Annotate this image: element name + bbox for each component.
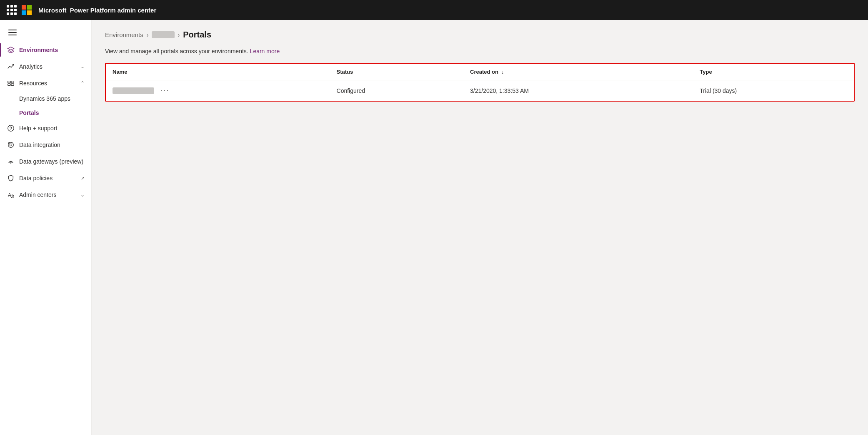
breadcrumb: Environments › › Portals — [105, 30, 855, 40]
data-integration-label: Data integration — [19, 142, 85, 148]
resources-icon — [7, 79, 15, 87]
main-content: Environments › › Portals View and manage… — [92, 20, 868, 435]
sidebar-item-data-policies[interactable]: Data policies ↗ — [0, 170, 91, 186]
status-value: Configured — [337, 87, 365, 94]
svg-rect-2 — [8, 35, 17, 35]
sidebar-item-data-integration[interactable]: Data integration — [0, 137, 91, 153]
sidebar-item-help-support[interactable]: Help + support — [0, 120, 91, 137]
admin-centers-chevron-down-icon: ⌄ — [80, 192, 85, 198]
sidebar-item-dynamics365[interactable]: Dynamics 365 apps — [0, 92, 91, 106]
breadcrumb-current: Portals — [183, 30, 211, 40]
svg-rect-6 — [11, 84, 14, 86]
svg-rect-0 — [8, 30, 17, 30]
dynamics365-label: Dynamics 365 apps — [19, 95, 70, 102]
sidebar-item-resources[interactable]: Resources ⌃ — [0, 75, 91, 92]
external-link-icon: ↗ — [81, 176, 85, 181]
environments-label: Environments — [19, 47, 85, 53]
svg-rect-5 — [8, 84, 10, 86]
row-options-button[interactable]: ··· — [161, 86, 170, 94]
col-header-status[interactable]: Status — [330, 64, 463, 80]
svg-point-13 — [10, 162, 12, 164]
data-integration-icon — [7, 141, 15, 149]
svg-rect-1 — [8, 32, 17, 33]
help-support-label: Help + support — [19, 125, 85, 132]
breadcrumb-environments[interactable]: Environments — [105, 31, 143, 38]
portals-table: Name Status Created on ↓ Type — [106, 64, 854, 101]
analytics-label: Analytics — [19, 63, 76, 70]
svg-point-9 — [8, 142, 14, 148]
svg-point-7 — [8, 125, 14, 131]
hamburger-button[interactable] — [0, 23, 91, 42]
svg-line-12 — [9, 143, 10, 144]
sidebar-item-data-gateways[interactable]: Data gateways (preview) — [0, 153, 91, 170]
sidebar-item-analytics[interactable]: Analytics ⌄ — [0, 58, 91, 75]
app-title: Microsoft Power Platform admin center — [37, 7, 156, 14]
waffle-menu[interactable] — [7, 5, 17, 15]
data-policies-icon — [7, 174, 15, 182]
page-description: View and manage all portals across your … — [105, 48, 855, 55]
svg-point-8 — [10, 129, 11, 130]
table-header-row: Name Status Created on ↓ Type — [106, 64, 854, 80]
breadcrumb-middle-blurred — [152, 31, 174, 38]
data-gateways-icon — [7, 157, 15, 166]
learn-more-link[interactable]: Learn more — [250, 48, 280, 55]
breadcrumb-sep-2: › — [178, 32, 180, 38]
cell-name: ··· — [106, 80, 330, 101]
svg-rect-3 — [8, 81, 10, 83]
analytics-chevron-down-icon: ⌄ — [80, 64, 85, 70]
sidebar-item-portals[interactable]: Portals — [0, 106, 91, 120]
data-gateways-label: Data gateways (preview) — [19, 158, 85, 165]
portals-label: Portals — [19, 109, 39, 116]
resources-label: Resources — [19, 80, 76, 87]
portals-table-container: Name Status Created on ↓ Type — [105, 63, 855, 102]
admin-centers-label: Admin centers — [19, 191, 76, 198]
sidebar: Environments Analytics ⌄ — [0, 20, 92, 435]
help-icon — [7, 124, 15, 132]
table-row: ··· Configured 3/21/2020, 1:33:53 AM Tri… — [106, 80, 854, 101]
cell-created-on: 3/21/2020, 1:33:53 AM — [463, 80, 693, 101]
created-on-value: 3/21/2020, 1:33:53 AM — [470, 87, 529, 94]
cell-type: Trial (30 days) — [693, 80, 854, 101]
breadcrumb-sep-1: › — [147, 32, 149, 38]
layers-icon — [7, 46, 15, 54]
svg-rect-4 — [11, 81, 14, 83]
hamburger-icon — [8, 28, 17, 37]
col-header-type[interactable]: Type — [693, 64, 854, 80]
sidebar-item-admin-centers[interactable]: A Admin centers ⌄ — [0, 186, 91, 203]
admin-icon: A — [7, 191, 15, 199]
microsoft-logo — [22, 5, 32, 15]
col-header-created-on[interactable]: Created on ↓ — [463, 64, 693, 80]
sort-desc-icon: ↓ — [502, 70, 504, 75]
cell-status: Configured — [330, 80, 463, 101]
col-header-name[interactable]: Name — [106, 64, 330, 80]
topbar: Microsoft Power Platform admin center — [0, 0, 868, 20]
analytics-icon — [7, 62, 15, 71]
portal-name-blurred — [113, 87, 154, 94]
data-policies-label: Data policies — [19, 175, 77, 181]
sidebar-item-environments[interactable]: Environments — [0, 42, 91, 58]
resources-chevron-up-icon: ⌃ — [80, 80, 85, 86]
type-value: Trial (30 days) — [700, 87, 737, 94]
